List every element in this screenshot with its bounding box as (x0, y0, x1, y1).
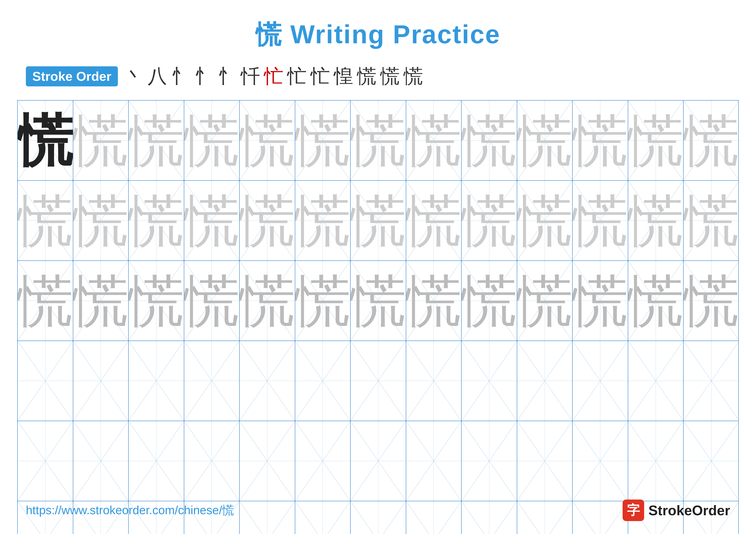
cell-4-6[interactable] (295, 341, 351, 421)
cell-1-10[interactable]: 慌 (517, 101, 573, 180)
cell-3-8[interactable]: 慌 (406, 261, 462, 341)
cell-1-2[interactable]: 慌 (73, 101, 129, 180)
footer: https://www.strokeorder.com/chinese/慌 字 … (0, 499, 756, 521)
cell-5-9[interactable] (462, 421, 517, 501)
cell-3-4[interactable]: 慌 (184, 261, 240, 341)
cell-3-10[interactable]: 慌 (517, 261, 573, 341)
char-guide: 慌 (628, 192, 684, 249)
char-guide: 慌 (462, 192, 517, 249)
char-guide: 慌 (240, 273, 295, 329)
char-guide: 慌 (295, 273, 351, 329)
cell-2-6[interactable]: 慌 (295, 181, 351, 261)
stroke-8: 忙 (287, 63, 307, 89)
cell-2-3[interactable]: 慌 (129, 181, 184, 261)
char-guide: 慌 (295, 192, 351, 249)
cell-3-1[interactable]: 慌 (18, 261, 73, 341)
stroke-13: 慌 (404, 63, 423, 89)
cell-4-11[interactable] (573, 341, 628, 421)
cell-4-10[interactable] (517, 341, 573, 421)
cell-2-9[interactable]: 慌 (462, 181, 517, 261)
char-guide: 慌 (18, 192, 73, 249)
cell-2-10[interactable]: 慌 (517, 181, 573, 261)
cell-1-13[interactable]: 慌 (684, 101, 739, 180)
cell-1-4[interactable]: 慌 (184, 101, 240, 180)
cell-4-1[interactable] (18, 341, 73, 421)
cell-2-7[interactable]: 慌 (351, 181, 406, 261)
cell-4-7[interactable] (351, 341, 406, 421)
char-guide: 慌 (73, 113, 129, 168)
cell-1-5[interactable]: 慌 (240, 101, 295, 180)
cell-3-13[interactable]: 慌 (684, 261, 739, 341)
footer-logo: 字 StrokeOrder (623, 499, 730, 521)
cell-1-6[interactable]: 慌 (295, 101, 351, 180)
cell-3-12[interactable]: 慌 (628, 261, 684, 341)
cell-2-12[interactable]: 慌 (628, 181, 684, 261)
stroke-sequence: 丶 八 忄 忄 忄 忏 忙 忙 忙 惶 慌 慌 慌 (124, 63, 423, 89)
cell-2-11[interactable]: 慌 (573, 181, 628, 261)
cell-1-8[interactable]: 慌 (406, 101, 462, 180)
cell-5-2[interactable] (73, 421, 129, 501)
cell-5-8[interactable] (406, 421, 462, 501)
cell-1-9[interactable]: 慌 (462, 101, 517, 180)
cell-1-3[interactable]: 慌 (129, 101, 184, 180)
cell-5-5[interactable] (240, 421, 295, 501)
char-guide: 慌 (628, 273, 684, 329)
cell-5-10[interactable] (517, 421, 573, 501)
cell-3-7[interactable]: 慌 (351, 261, 406, 341)
cell-1-11[interactable]: 慌 (573, 101, 628, 180)
cell-5-6[interactable] (295, 421, 351, 501)
cell-2-4[interactable]: 慌 (184, 181, 240, 261)
cell-1-12[interactable]: 慌 (628, 101, 684, 180)
char-guide: 慌 (129, 273, 184, 329)
cell-2-8[interactable]: 慌 (406, 181, 462, 261)
cell-5-13[interactable] (684, 421, 739, 501)
cell-3-9[interactable]: 慌 (462, 261, 517, 341)
stroke-order-badge: Stroke Order (26, 66, 118, 87)
cell-5-7[interactable] (351, 421, 406, 501)
stroke-6: 忏 (241, 63, 260, 89)
char-guide: 慌 (406, 273, 462, 329)
cell-2-1[interactable]: 慌 (18, 181, 73, 261)
cell-2-5[interactable]: 慌 (240, 181, 295, 261)
cell-5-11[interactable] (573, 421, 628, 501)
cell-5-1[interactable] (18, 421, 73, 501)
cell-4-4[interactable] (184, 341, 240, 421)
char-guide: 慌 (240, 192, 295, 249)
cell-1-1[interactable]: 慌 (18, 101, 73, 180)
cell-3-5[interactable]: 慌 (240, 261, 295, 341)
cell-2-2[interactable]: 慌 (73, 181, 129, 261)
char-guide: 慌 (517, 273, 573, 329)
char-guide: 慌 (462, 273, 517, 329)
char-guide: 慌 (684, 273, 739, 329)
char-guide: 慌 (184, 113, 240, 168)
cell-3-11[interactable]: 慌 (573, 261, 628, 341)
char-guide: 慌 (406, 113, 462, 168)
cell-2-13[interactable]: 慌 (684, 181, 739, 261)
cell-4-9[interactable] (462, 341, 517, 421)
cell-4-2[interactable] (73, 341, 129, 421)
stroke-12: 慌 (380, 63, 400, 89)
grid-row-5 (18, 421, 738, 501)
char-guide: 慌 (573, 273, 628, 329)
stroke-5: 忄 (217, 63, 237, 89)
char-guide: 慌 (573, 192, 628, 249)
char-guide: 慌 (184, 273, 240, 329)
grid-row-1: 慌 慌 慌 慌 慌 慌 慌 慌 慌 慌 慌 慌 慌 (18, 101, 738, 181)
cell-4-5[interactable] (240, 341, 295, 421)
cell-3-2[interactable]: 慌 (73, 261, 129, 341)
cell-3-6[interactable]: 慌 (295, 261, 351, 341)
cell-4-8[interactable] (406, 341, 462, 421)
char-guide: 慌 (295, 113, 351, 168)
cell-5-4[interactable] (184, 421, 240, 501)
cell-4-3[interactable] (129, 341, 184, 421)
char-guide: 慌 (240, 113, 295, 168)
cell-4-13[interactable] (684, 341, 739, 421)
cell-1-7[interactable]: 慌 (351, 101, 406, 180)
char-guide: 慌 (184, 192, 240, 249)
cell-5-12[interactable] (628, 421, 684, 501)
footer-url[interactable]: https://www.strokeorder.com/chinese/慌 (26, 502, 234, 518)
cell-3-3[interactable]: 慌 (129, 261, 184, 341)
cell-5-3[interactable] (129, 421, 184, 501)
char-guide: 慌 (573, 113, 628, 168)
cell-4-12[interactable] (628, 341, 684, 421)
